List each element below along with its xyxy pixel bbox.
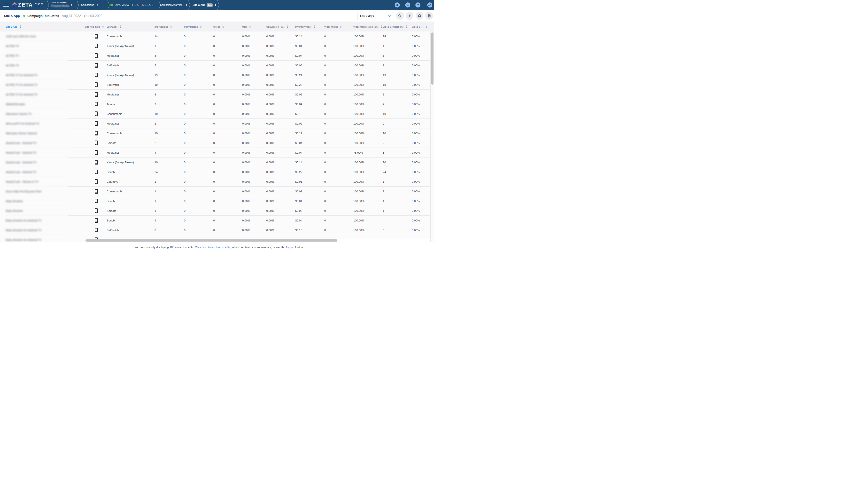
cell-video_completions: 3	[383, 148, 384, 158]
cell-video_ctr: 0.00%	[412, 51, 420, 61]
sort-icon[interactable]	[381, 26, 382, 28]
table-row[interactable]: ALTRD.TVBidSwitch7000.00%0.00%$0.080100.…	[0, 61, 434, 70]
date-range-select[interactable]: Last 7 days	[357, 12, 393, 20]
column-header-video_completion_rate[interactable]: Video Completion Rate	[353, 22, 382, 32]
table-row[interactable]: AsianCrush - Android TVSmaato2000.00%0.0…	[0, 138, 434, 148]
sort-icon[interactable]	[20, 26, 21, 28]
zeta-logo-icon[interactable]	[12, 2, 18, 8]
sort-icon[interactable]	[200, 26, 202, 28]
cell-exchange: BidSwitch	[107, 225, 119, 235]
brand-zeta[interactable]: ZETA	[18, 0, 33, 10]
table-row[interactable]: AsianCrush - Android TVSonobi24000.00%0.…	[0, 167, 434, 177]
site-name-blurred: ALTRD.TV	[6, 64, 19, 67]
table-search-button[interactable]	[396, 12, 404, 20]
cell-ctr: 0.00%	[242, 148, 250, 158]
column-header-type[interactable]: Site App Type	[85, 22, 104, 32]
column-header-inventory_cost[interactable]: Inventory Cost	[295, 22, 315, 32]
table-row[interactable]: Ava's Kitty Pet Daycare Part!Consumable1…	[0, 187, 434, 196]
mobile-device-icon	[95, 170, 98, 174]
table-row[interactable]: AMAZON.tubitvTelaria2000.00%0.00%$0.0401…	[0, 99, 434, 109]
column-header-ctr[interactable]: CTR	[242, 22, 251, 32]
cell-inventory_cost: $0.01	[295, 177, 302, 187]
sort-icon[interactable]	[249, 26, 251, 28]
export-button[interactable]	[425, 12, 433, 20]
sort-icon[interactable]	[406, 26, 407, 28]
breadcrumb-campaigns[interactable]: Campaigns	[81, 0, 94, 10]
table-row[interactable]: ALTRD.TV for Android TVXandr (fka AppNex…	[0, 70, 434, 80]
cell-conversions: 0	[184, 41, 186, 51]
column-header-video_clicks[interactable]: Video Clicks	[324, 22, 342, 32]
table-row[interactable]: 1620 and 1180 the ZoneConsumable14000.00…	[0, 31, 434, 41]
chevron-right-icon	[71, 4, 72, 6]
breadcrumb-site-and-app[interactable]: Site & App	[193, 0, 206, 10]
cell-ctr: 0.00%	[242, 99, 250, 109]
column-header-conversions[interactable]: Conversions	[184, 22, 202, 32]
cell-site-app-type	[95, 150, 98, 156]
cell-video_ctr: 0.00%	[412, 177, 420, 187]
sort-icon[interactable]	[120, 26, 121, 28]
gear-icon	[417, 14, 421, 18]
cell-video_completion_rate: 100.00%	[353, 129, 364, 138]
column-header-clicks[interactable]: Clicks	[213, 22, 224, 32]
column-header-exchange[interactable]: Exchange	[107, 22, 121, 32]
notifications-button[interactable]	[395, 2, 400, 8]
site-name-blurred: AsianCrush - Android TV	[6, 161, 36, 164]
cell-inventory_cost: $0.04	[295, 51, 302, 61]
vertical-scrollbar-thumb[interactable]	[431, 32, 434, 84]
sort-icon[interactable]	[425, 26, 427, 28]
horizontal-scrollbar-thumb[interactable]	[85, 239, 337, 242]
sort-icon[interactable]	[314, 26, 315, 28]
table-row[interactable]: Adventure Sports TVConsumable10000.00%0.…	[0, 109, 434, 119]
sort-icon[interactable]	[340, 26, 342, 28]
table-row[interactable]: Baby EinsteinSmaato1000.00%0.00%$0.02010…	[0, 206, 434, 216]
table-row[interactable]: ALTRD.TVMedia.net3000.00%0.00%$0.040100.…	[0, 51, 434, 61]
cell-site-app-type	[95, 63, 98, 69]
cell-site-app-type	[95, 228, 98, 234]
column-header-site[interactable]: Site & App	[6, 22, 21, 32]
cell-impressions: 8	[155, 225, 156, 235]
table-row[interactable]: ALTRD.TV for Android TVBidSwitch19000.00…	[0, 80, 434, 90]
cell-video_completions: 1	[383, 177, 384, 187]
column-header-impressions[interactable]: Impressions	[155, 22, 172, 32]
fetch-all-results-link[interactable]: Click here to fetch all results	[195, 245, 230, 249]
cell-inventory_cost: $0.22	[295, 167, 302, 177]
cell-site-app-type	[95, 131, 98, 137]
help-button[interactable]: ?	[415, 2, 421, 8]
table-row[interactable]: Baby EinsteinSonobi1000.00%0.00%$0.01010…	[0, 196, 434, 206]
table-row[interactable]: AsianCrush - Android TVMedia.net4000.00%…	[0, 148, 434, 158]
global-search-button[interactable]	[405, 2, 410, 8]
sort-icon[interactable]	[102, 26, 104, 28]
breadcrumb-separator-icon	[188, 0, 190, 10]
table-row[interactable]: Baby Einstein for Android TVBidSwitch800…	[0, 225, 434, 235]
settings-button[interactable]	[416, 12, 423, 20]
sort-icon[interactable]	[287, 26, 288, 28]
table-row[interactable]: AsianCrush - Android TVXandr (fka AppNex…	[0, 158, 434, 167]
cell-video_ctr: 0.00%	[412, 80, 420, 90]
table-row[interactable]: AsianCrush - Movies & TVColumn61000.00%0…	[0, 177, 434, 187]
table-row[interactable]: Baby Einstein for Android TVSonobi4000.0…	[0, 216, 434, 225]
column-header-video_ctr[interactable]: Video CTR	[412, 22, 427, 32]
column-header-conversion_rate[interactable]: Conversion Rate	[266, 22, 288, 32]
cell-video_completion_rate: 100.00%	[353, 99, 364, 109]
cell-video_clicks: 0	[324, 119, 326, 129]
breadcrumb-account-name-blurred[interactable]: Prepaid Media	[51, 4, 69, 7]
site-name-blurred: Ava's Kitty Pet Daycare Part!	[6, 190, 41, 193]
cell-video_completion_rate: 100.00%	[353, 187, 364, 196]
table-row[interactable]: Allrecipes Dinner SpinnerConsumable10000…	[0, 129, 434, 138]
hamburger-menu-icon[interactable]	[3, 4, 9, 7]
table-row[interactable]: ALTRD.TVXandr (fka AppNexus)1000.00%0.00…	[0, 41, 434, 51]
cell-exchange: Smaato	[107, 138, 116, 148]
sort-icon[interactable]	[170, 26, 172, 28]
breadcrumb-campaign[interactable]: ZIAO-32267_Pi ... 22 - 10.11.22	[115, 0, 151, 10]
table-row[interactable]: AfroLandTV for Android TVMedia.net2000.0…	[0, 119, 434, 129]
filter-button[interactable]	[406, 12, 413, 20]
cell-ctr: 0.00%	[242, 31, 250, 41]
export-link[interactable]: Export	[286, 245, 294, 249]
table-row[interactable]: ALTRD.TV for Android TVMedia.net5000.00%…	[0, 90, 434, 99]
cell-inventory_cost: $0.11	[295, 158, 302, 167]
column-header-video_completions[interactable]: Video Completions	[383, 22, 407, 32]
breadcrumb-campaign-analytics[interactable]: Campaign Analytics	[160, 0, 182, 10]
sort-icon[interactable]	[222, 26, 224, 28]
user-avatar[interactable]: AS	[427, 2, 432, 8]
cell-site: ALTRD.TV for Android TV	[6, 80, 38, 90]
